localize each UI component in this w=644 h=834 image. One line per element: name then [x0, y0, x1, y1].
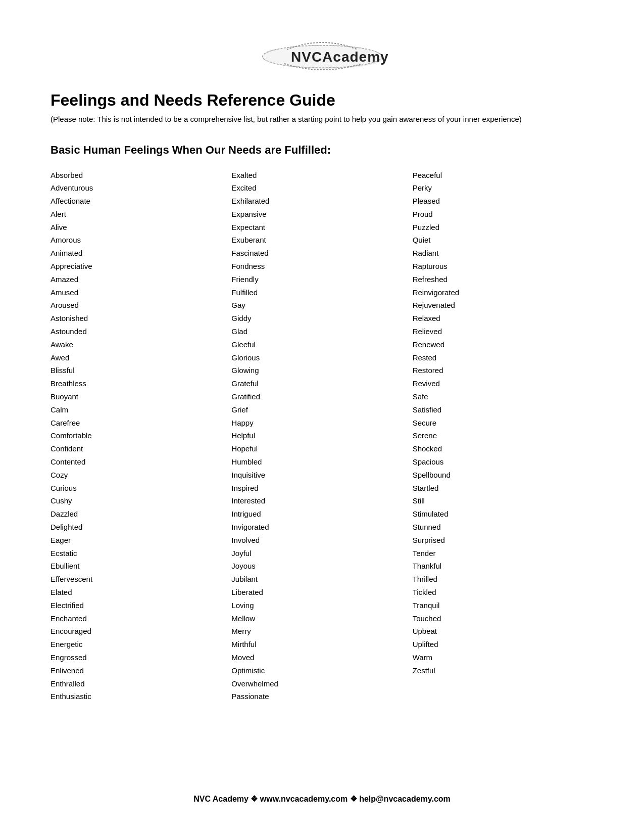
- list-item: Thankful: [413, 560, 593, 573]
- list-item: Ebullient: [51, 560, 231, 573]
- list-item: Electrified: [51, 599, 231, 612]
- list-item: Joyous: [231, 560, 412, 573]
- list-item: Warm: [413, 651, 593, 664]
- list-item: Tender: [413, 547, 593, 560]
- list-item: Joyful: [231, 547, 412, 560]
- list-item: Gay: [231, 299, 412, 312]
- list-item: Ecstatic: [51, 547, 231, 560]
- footer-org: NVC Academy: [193, 795, 249, 803]
- list-item: Gratified: [231, 390, 412, 403]
- list-item: Rejuvenated: [413, 299, 593, 312]
- list-item: Grief: [231, 403, 412, 416]
- list-item: Perky: [413, 181, 593, 195]
- list-item: Eager: [51, 534, 231, 547]
- list-item: Adventurous: [51, 181, 231, 195]
- main-title: Feelings and Needs Reference Guide: [51, 91, 593, 110]
- list-item: Startled: [413, 482, 593, 495]
- list-item: Relieved: [413, 325, 593, 338]
- list-item: Tranquil: [413, 599, 593, 612]
- list-item: Stunned: [413, 521, 593, 534]
- list-item: Touched: [413, 612, 593, 625]
- list-item: Still: [413, 494, 593, 507]
- list-item: Invigorated: [231, 521, 412, 534]
- list-item: Shocked: [413, 442, 593, 455]
- list-item: Liberated: [231, 586, 412, 599]
- content-area: Feelings and Needs Reference Guide (Plea…: [51, 91, 593, 703]
- list-item: Upbeat: [413, 625, 593, 638]
- list-item: Glowing: [231, 364, 412, 377]
- list-item: Spellbound: [413, 469, 593, 482]
- list-item: Intrigued: [231, 507, 412, 521]
- list-item: Revived: [413, 377, 593, 390]
- list-item: Amused: [51, 286, 231, 299]
- logo-container: NVCAcademy: [257, 30, 388, 71]
- list-item: Satisfied: [413, 403, 593, 416]
- footer-website: www.nvcacademy.com: [260, 795, 348, 803]
- list-item: Secure: [413, 416, 593, 430]
- list-item: Enlivened: [51, 664, 231, 677]
- list-item: Peaceful: [413, 169, 593, 182]
- list-item: Excited: [231, 181, 412, 195]
- nvc-academy-logo: NVCAcademy: [257, 30, 388, 71]
- list-item: Cozy: [51, 469, 231, 482]
- list-item: Helpful: [231, 429, 412, 442]
- list-item: Absorbed: [51, 169, 231, 182]
- list-item: Grateful: [231, 377, 412, 390]
- list-item: Fondness: [231, 260, 412, 273]
- list-item: Inspired: [231, 482, 412, 495]
- list-item: Enchanted: [51, 612, 231, 625]
- list-item: Restored: [413, 364, 593, 377]
- list-item: Exuberant: [231, 234, 412, 247]
- list-item: Comfortable: [51, 429, 231, 442]
- list-item: Energetic: [51, 638, 231, 651]
- list-item: Enthusiastic: [51, 690, 231, 703]
- list-item: Relaxed: [413, 312, 593, 325]
- list-item: Zestful: [413, 664, 593, 677]
- list-item: Gleeful: [231, 338, 412, 351]
- list-item: Spacious: [413, 455, 593, 469]
- list-item: Astounded: [51, 325, 231, 338]
- list-item: Exhilarated: [231, 195, 412, 208]
- list-item: Aroused: [51, 299, 231, 312]
- list-item: Glad: [231, 325, 412, 338]
- list-item: Rested: [413, 351, 593, 364]
- list-item: Effervescent: [51, 573, 231, 586]
- footer: NVC Academy ❖ www.nvcacademy.com ❖ help@…: [51, 764, 593, 804]
- list-item: Alive: [51, 221, 231, 234]
- list-item: Overwhelmed: [231, 677, 412, 690]
- list-item: Passionate: [231, 690, 412, 703]
- list-item: Puzzled: [413, 221, 593, 234]
- list-item: Renewed: [413, 338, 593, 351]
- list-item: Enthralled: [51, 677, 231, 690]
- footer-email: help@nvcacademy.com: [359, 795, 451, 803]
- list-item: Safe: [413, 390, 593, 403]
- subtitle: (Please note: This is not intended to be…: [51, 114, 593, 125]
- list-item: Proud: [413, 208, 593, 221]
- feelings-column-1: AbsorbedAdventurousAffectionateAlertAliv…: [51, 169, 231, 704]
- list-item: Inquisitive: [231, 469, 412, 482]
- list-item: Mellow: [231, 612, 412, 625]
- feelings-grid: AbsorbedAdventurousAffectionateAlertAliv…: [51, 169, 593, 704]
- list-item: Exalted: [231, 169, 412, 182]
- list-item: Engrossed: [51, 651, 231, 664]
- list-item: Amorous: [51, 234, 231, 247]
- list-item: Animated: [51, 247, 231, 260]
- list-item: Friendly: [231, 273, 412, 286]
- list-item: Refreshed: [413, 273, 593, 286]
- list-item: Glorious: [231, 351, 412, 364]
- list-item: Breathless: [51, 377, 231, 390]
- list-item: Pleased: [413, 195, 593, 208]
- list-item: Merry: [231, 625, 412, 638]
- list-item: Contented: [51, 455, 231, 469]
- list-item: Alert: [51, 208, 231, 221]
- section-title: Basic Human Feelings When Our Needs are …: [51, 144, 593, 157]
- list-item: Dazzled: [51, 507, 231, 521]
- list-item: Loving: [231, 599, 412, 612]
- list-item: Fulfilled: [231, 286, 412, 299]
- feelings-column-2: ExaltedExcitedExhilaratedExpansiveExpect…: [231, 169, 412, 704]
- svg-text:NVCAcademy: NVCAcademy: [291, 49, 388, 65]
- list-item: Surprised: [413, 534, 593, 547]
- list-item: Happy: [231, 416, 412, 430]
- list-item: Involved: [231, 534, 412, 547]
- list-item: Buoyant: [51, 390, 231, 403]
